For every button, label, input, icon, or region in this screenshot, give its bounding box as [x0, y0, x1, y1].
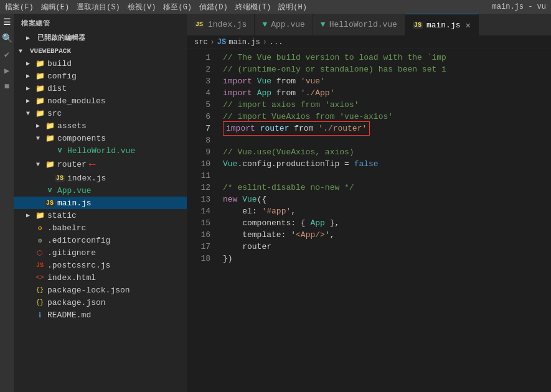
line-numbers: 123456789101112131415161718 — [187, 49, 218, 392]
tree-item-components[interactable]: ▼📁components — [14, 132, 187, 144]
line-number-18: 18 — [187, 253, 210, 264]
code-line-12: /* eslint-disable no-new */ — [223, 182, 551, 194]
tree-item-router[interactable]: ▼📁router← — [14, 157, 187, 172]
line-number-16: 16 — [187, 229, 210, 241]
code-line-3: import Vue from 'vue' — [223, 75, 551, 87]
tree-item-index.js[interactable]: JSindex.js — [14, 172, 187, 184]
tree-item-.gitignore[interactable]: ⬡.gitignore — [14, 246, 187, 259]
tree-label: package-lock.json — [47, 286, 130, 295]
file-icon-build: 📁 — [35, 58, 45, 68]
main-layout: ☰ 🔍 ✔ ▶ ■ 檔案總管 ▶ 已開啟的編輯器 ▼ VUEWEBPACK ▶📁… — [0, 14, 551, 392]
tree-label: package.json — [47, 298, 106, 307]
chevron-down-icon: ▼ — [19, 48, 27, 55]
tree-label: build — [47, 59, 72, 68]
tree-label: README.md — [47, 310, 91, 320]
chevron-icon: ▶ — [26, 212, 35, 219]
file-icon-main.js: JS — [45, 198, 55, 208]
code-line-18: }) — [223, 253, 551, 264]
tab-label: index.js — [208, 20, 247, 29]
tree-item-package.json[interactable]: {}package.json — [14, 296, 187, 309]
file-icon-README.md: ℹ — [35, 310, 45, 320]
tree-item-src[interactable]: ▼📁src — [14, 107, 187, 119]
tree-label: node_modules — [47, 96, 106, 106]
chevron-icon: ▶ — [36, 122, 45, 129]
code-line-16: template: '<App/>', — [223, 229, 551, 241]
sidebar-header: 檔案總管 — [14, 14, 187, 30]
tree-item-config[interactable]: ▶📁config — [14, 70, 187, 82]
breadcrumb-src: src — [194, 38, 208, 47]
menu-item[interactable]: 說明(H) — [278, 2, 307, 12]
tree-item-.editorconfig[interactable]: ⚙.editorconfig — [14, 234, 187, 246]
tab-App.vue[interactable]: ▼App.vue — [255, 14, 313, 35]
breadcrumb-more: ... — [270, 38, 283, 47]
file-icon-.editorconfig: ⚙ — [35, 235, 45, 245]
menu-item[interactable]: 終端機(T) — [235, 2, 271, 12]
code-line-1: // The Vue build version to load with th… — [223, 52, 551, 63]
tab-main.js[interactable]: JSmain.js✕ — [405, 14, 479, 35]
menu-item[interactable]: 檔案(F) — [5, 2, 34, 12]
line-number-17: 17 — [187, 241, 210, 253]
vue-icon: ▼ — [321, 20, 326, 29]
chevron-icon: ▼ — [36, 161, 45, 168]
tree-label: index.html — [47, 273, 96, 282]
menu-item[interactable]: 編輯(E) — [41, 2, 70, 12]
code-line-4: import App from './App' — [223, 87, 551, 99]
tree-item-HelloWorld.vue[interactable]: VHelloWorld.vue — [14, 144, 187, 157]
tree-label: assets — [57, 121, 87, 131]
tree-item-static[interactable]: ▶📁static — [14, 209, 187, 222]
explorer-icon[interactable]: ☰ — [1, 16, 12, 27]
line-number-10: 10 — [187, 158, 210, 170]
chevron-icon: ▼ — [26, 110, 35, 117]
git-icon[interactable]: ✔ — [1, 49, 12, 60]
tree-label: main.js — [57, 198, 92, 208]
code-line-7: import router from './router' — [223, 123, 551, 134]
tree-item-index.html[interactable]: <>index.html — [14, 271, 187, 284]
code-line-5: // import axios from 'axios' — [223, 99, 551, 111]
code-line-13: new Vue({ — [223, 194, 551, 205]
file-icon-config: 📁 — [35, 71, 45, 81]
tab-bar: JSindex.js▼App.vue▼HelloWorld.vueJSmain.… — [187, 14, 551, 35]
editor-area: JSindex.js▼App.vue▼HelloWorld.vueJSmain.… — [187, 14, 551, 392]
tree-item-.babelrc[interactable]: ⚙.babelrc — [14, 222, 187, 234]
file-icon-package.json: {} — [35, 297, 45, 307]
tree-item-build[interactable]: ▶📁build — [14, 57, 187, 70]
tree-item-main.js[interactable]: JSmain.js — [14, 197, 187, 209]
file-icon-index.js: JS — [55, 173, 65, 183]
menu-item[interactable]: 檢視(V) — [128, 2, 156, 12]
file-icon-HelloWorld.vue: V — [55, 146, 65, 156]
tree-label: .postcssrc.js — [47, 261, 110, 270]
menu-item[interactable]: 偵錯(D) — [199, 2, 228, 12]
tab-label: App.vue — [271, 20, 305, 29]
line-number-13: 13 — [187, 194, 210, 205]
menu-item[interactable]: 移至(G) — [163, 2, 192, 12]
line-number-7: 7 — [187, 123, 210, 134]
tree-item-dist[interactable]: ▶📁dist — [14, 82, 187, 95]
tree-item-App.vue[interactable]: VApp.vue — [14, 184, 187, 197]
file-icon-components: 📁 — [45, 133, 55, 143]
tree-item-package-lock.json[interactable]: {}package-lock.json — [14, 284, 187, 296]
tab-close-button[interactable]: ✕ — [466, 20, 471, 30]
project-header[interactable]: ▼ VUEWEBPACK — [14, 45, 187, 57]
tab-index.js[interactable]: JSindex.js — [187, 14, 255, 35]
tab-label: main.js — [426, 21, 461, 30]
line-number-2: 2 — [187, 63, 210, 75]
debug-icon[interactable]: ▶ — [1, 65, 12, 76]
code-line-9: // Vue.use(VueAxios, axios) — [223, 146, 551, 158]
tree-item-README.md[interactable]: ℹREADME.md — [14, 309, 187, 321]
file-icon-.gitignore: ⬡ — [35, 248, 45, 258]
tree-label: .babelrc — [47, 223, 86, 233]
tree-item-node_modules[interactable]: ▶📁node_modules — [14, 95, 187, 107]
line-number-9: 9 — [187, 146, 210, 158]
code-content: // The Vue build version to load with th… — [218, 49, 551, 392]
extensions-icon[interactable]: ■ — [1, 81, 12, 92]
tree-item-assets[interactable]: ▶📁assets — [14, 119, 187, 132]
search-icon[interactable]: 🔍 — [1, 32, 12, 44]
tab-HelloWorld.vue[interactable]: ▼HelloWorld.vue — [313, 14, 405, 35]
menu-bar[interactable]: 檔案(F)編輯(E)選取項目(S)檢視(V)移至(G)偵錯(D)終端機(T)說明… — [5, 2, 307, 12]
menu-item[interactable]: 選取項目(S) — [77, 2, 120, 12]
tab-label: HelloWorld.vue — [329, 20, 397, 29]
open-editors-header[interactable]: ▶ 已開啟的編輯器 — [14, 30, 187, 45]
chevron-icon: ▶ — [26, 72, 35, 80]
tree-item-.postcssrc.js[interactable]: JS.postcssrc.js — [14, 259, 187, 271]
tree-label: App.vue — [57, 186, 92, 195]
